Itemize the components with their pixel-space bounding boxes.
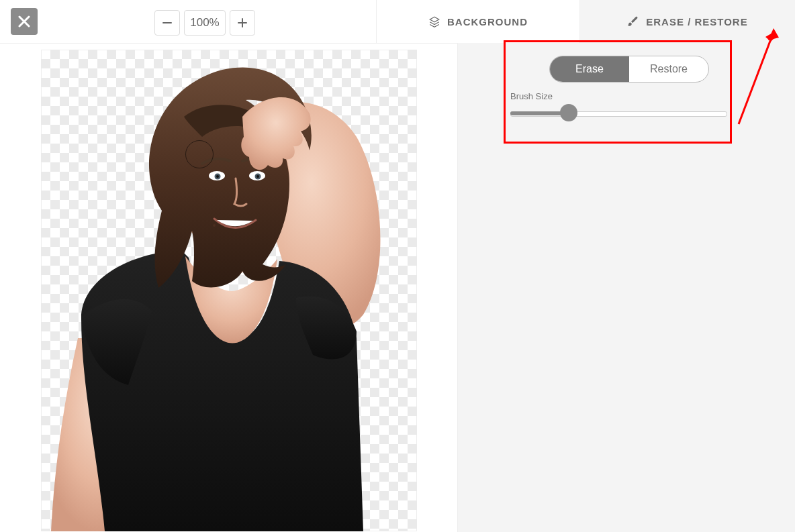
zoom-out-button[interactable] <box>154 10 180 36</box>
close-button[interactable] <box>11 8 38 35</box>
side-tabs: BACKGROUND ERASE / RESTORE <box>376 0 795 43</box>
brush-cursor <box>185 140 214 168</box>
svg-point-12 <box>216 175 219 178</box>
zoom-controls: 100% <box>154 10 255 36</box>
tab-background[interactable]: BACKGROUND <box>376 0 579 43</box>
tab-background-label: BACKGROUND <box>447 16 528 28</box>
mode-restore-button[interactable]: Restore <box>629 56 708 82</box>
tab-erase-restore-label: ERASE / RESTORE <box>646 16 747 28</box>
erase-restore-toggle: Erase Restore <box>549 56 709 83</box>
zoom-in-button[interactable] <box>230 10 255 36</box>
brush-icon <box>627 15 639 28</box>
brush-size-label: Brush Size <box>510 91 553 101</box>
minus-icon <box>162 17 173 28</box>
svg-point-14 <box>213 224 216 227</box>
svg-point-13 <box>256 175 259 178</box>
zoom-level[interactable]: 100% <box>184 10 226 36</box>
toolbar: 100% BACKGROUND ERASE / RESTORE <box>0 0 795 44</box>
slider-thumb[interactable] <box>560 104 577 121</box>
canvas-area <box>0 43 458 532</box>
mode-erase-button[interactable]: Erase <box>550 56 629 82</box>
layers-icon <box>428 15 440 28</box>
tab-erase-restore[interactable]: ERASE / RESTORE <box>579 0 795 43</box>
close-icon <box>18 15 30 28</box>
subject-image <box>41 50 417 531</box>
plus-icon <box>237 17 248 28</box>
canvas[interactable] <box>41 50 417 531</box>
brush-size-slider[interactable] <box>510 106 727 119</box>
